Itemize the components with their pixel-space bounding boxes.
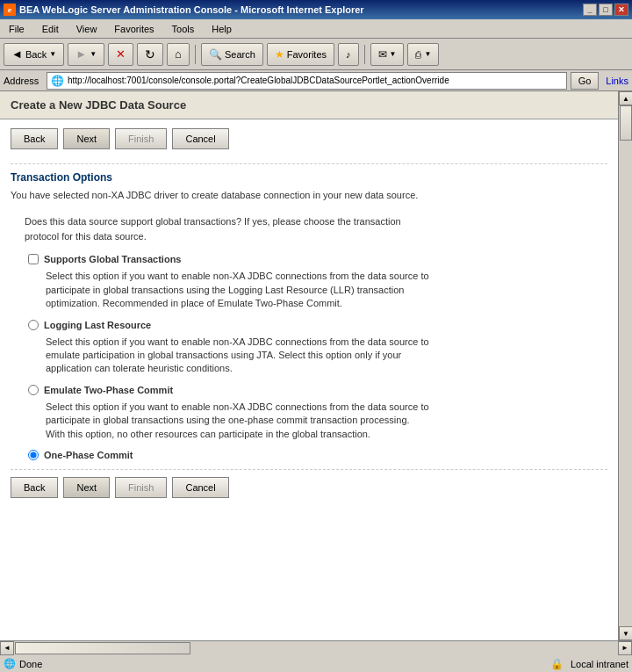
media-icon: ♪ [346,49,351,60]
stop-button[interactable]: ✕ [108,43,133,66]
scroll-down-button[interactable]: ▼ [619,626,632,640]
one-phase-radio[interactable] [28,450,39,460]
menu-file[interactable]: File [4,22,30,36]
emulate-row: Emulate Two-Phase Commit [28,385,607,395]
search-button[interactable]: 🔍 Search [201,43,263,66]
page-body: Back Next Finish Cancel Transaction Opti… [0,119,618,640]
close-button[interactable]: ✕ [614,4,628,16]
hscroll-thumb[interactable] [15,642,190,654]
search-icon: 🔍 [209,48,222,61]
status-text: Done [19,659,42,669]
intranet-icon: 🔒 [550,658,564,670]
logging-last-label: Logging Last Resource [44,320,151,330]
supports-global-desc: Select this option if you want to enable… [46,270,607,310]
print-button[interactable]: ⎙ ▼ [407,43,439,66]
next-wizard-button-top[interactable]: Next [63,128,110,149]
emulate-radio[interactable] [28,385,39,395]
print-icon: ⎙ [415,49,421,60]
scroll-up-button[interactable]: ▲ [619,91,632,105]
hscroll-track[interactable] [14,641,618,655]
question-text: Does this data source support global tra… [11,214,607,243]
supports-global-row: Supports Global Transactions [28,254,607,264]
minimize-button[interactable]: _ [583,4,597,16]
favorites-icon: ★ [275,48,284,61]
menu-favorites[interactable]: Favorites [109,22,159,36]
separator-2 [364,45,365,64]
hscroll-right-button[interactable]: ► [618,641,632,655]
logging-last-desc: Select this option if you want to enable… [46,336,607,376]
bottom-wizard-buttons: Back Next Finish Cancel [11,477,607,498]
finish-wizard-button-top[interactable]: Finish [115,128,167,149]
favorites-label: Favorites [287,49,327,60]
mail-icon: ✉ [378,48,387,61]
title-bar: e BEA WebLogic Server Administration Con… [0,0,632,19]
print-chevron-icon: ▼ [424,50,431,58]
emulate-label: Emulate Two-Phase Commit [44,385,173,395]
emulate-desc: Select this option if you want to enable… [46,401,607,441]
browser-content: Create a New JDBC Data Source Back Next … [0,91,632,640]
cancel-wizard-button-top[interactable]: Cancel [172,128,228,149]
go-button[interactable]: Go [571,72,600,90]
favorites-button[interactable]: ★ Favorites [267,43,334,66]
mail-button[interactable]: ✉ ▼ [370,43,405,66]
hscroll-left-button[interactable]: ◄ [0,641,14,655]
cancel-wizard-button-bottom[interactable]: Cancel [172,477,228,498]
search-label: Search [225,49,255,60]
stop-icon: ✕ [116,47,126,61]
options-group: Supports Global Transactions Select this… [28,254,607,460]
menu-view[interactable]: View [71,22,103,36]
maximize-button[interactable]: □ [599,4,613,16]
separator-1 [195,45,196,64]
menu-help[interactable]: Help [206,22,237,36]
page-icon: 🌐 [51,75,64,87]
window-title: BEA WebLogic Server Administration Conso… [19,4,364,15]
forward-button[interactable]: ► ▼ [68,43,104,66]
back-button[interactable]: ◄ Back ▼ [4,43,64,66]
app-icon: e [4,4,16,16]
back-wizard-button-bottom[interactable]: Back [11,477,58,498]
vertical-scrollbar[interactable]: ▲ ▼ [618,91,632,640]
chevron-down-icon: ▼ [49,50,56,58]
back-wizard-button-top[interactable]: Back [11,128,58,149]
supports-global-label: Supports Global Transactions [44,254,181,264]
page-header: Create a New JDBC Data Source [0,91,618,119]
back-arrow-icon: ◄ [11,47,23,61]
scroll-thumb[interactable] [620,105,632,141]
address-bar: Address 🌐 http://localhost:7001/console/… [0,70,632,91]
page-title: Create a New JDBC Data Source [11,98,186,112]
back-label: Back [25,49,47,60]
scroll-track[interactable] [619,105,632,626]
finish-wizard-button-bottom[interactable]: Finish [115,477,167,498]
page-wrapper: Create a New JDBC Data Source Back Next … [0,91,618,640]
section-title: Transaction Options [11,171,607,184]
section-desc: You have selected non-XA JDBC driver to … [11,189,607,202]
top-divider [11,163,607,164]
forward-arrow-icon: ► [75,47,87,61]
home-icon: ⌂ [175,47,182,61]
logging-last-row: Logging Last Resource [28,320,607,330]
toolbar: ◄ Back ▼ ► ▼ ✕ ↻ ⌂ 🔍 Search ★ Favorites … [0,39,632,70]
media-button[interactable]: ♪ [338,43,359,66]
supports-global-checkbox[interactable] [28,254,39,264]
bottom-divider [11,469,607,470]
top-wizard-buttons: Back Next Finish Cancel [11,128,607,149]
mail-chevron-icon: ▼ [390,50,397,58]
menu-tools[interactable]: Tools [167,22,200,36]
refresh-button[interactable]: ↻ [137,43,163,66]
logging-last-radio[interactable] [28,320,39,330]
one-phase-label: One-Phase Commit [44,450,133,460]
address-label: Address [4,76,43,86]
menu-edit[interactable]: Edit [37,22,64,36]
refresh-icon: ↻ [145,47,155,61]
menu-bar: File Edit View Favorites Tools Help [0,19,632,39]
forward-chevron-icon: ▼ [90,50,97,58]
address-url[interactable]: http://localhost:7001/console/console.po… [68,76,563,85]
status-icon: 🌐 [4,658,16,669]
status-bar: 🌐 Done 🔒 Local intranet [0,654,632,672]
next-wizard-button-bottom[interactable]: Next [63,477,110,498]
links-label[interactable]: Links [606,76,628,86]
home-button[interactable]: ⌂ [167,43,190,66]
intranet-label: Local intranet [571,659,628,669]
horizontal-scrollbar[interactable]: ◄ ► [0,640,632,654]
one-phase-row: One-Phase Commit [28,450,607,460]
